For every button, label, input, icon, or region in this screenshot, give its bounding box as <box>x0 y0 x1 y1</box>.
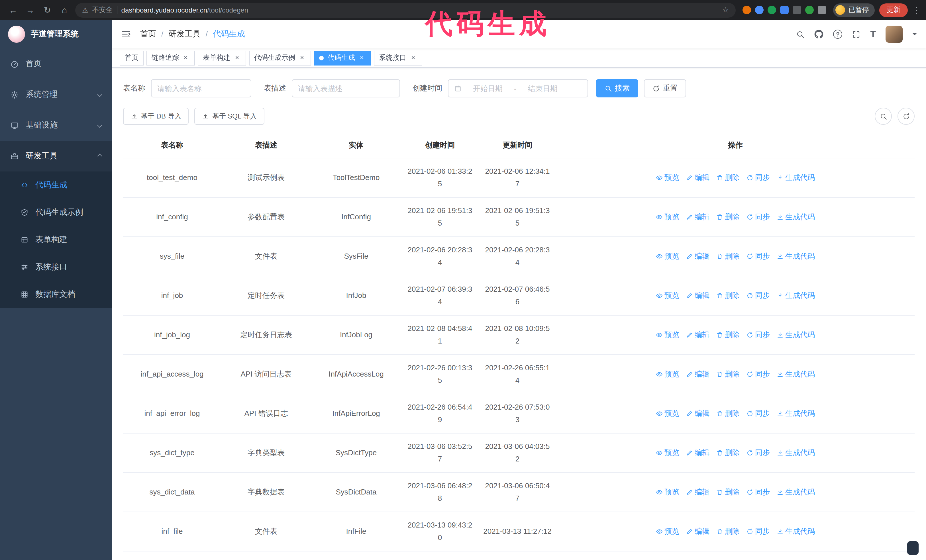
sidebar-item-form-builder[interactable]: 表单构建 <box>0 226 112 254</box>
sync-link[interactable]: 同步 <box>746 211 770 223</box>
delete-link[interactable]: 删除 <box>716 290 740 302</box>
floating-widget[interactable] <box>907 541 918 555</box>
sync-link[interactable]: 同步 <box>746 329 770 341</box>
edit-link[interactable]: 编辑 <box>686 329 710 341</box>
preview-link[interactable]: 预览 <box>656 211 679 223</box>
delete-link[interactable]: 删除 <box>716 408 740 420</box>
generate-code-link[interactable]: 生成代码 <box>777 368 815 380</box>
delete-link[interactable]: 删除 <box>716 211 740 223</box>
delete-link[interactable]: 删除 <box>716 329 740 341</box>
import-sql-button[interactable]: 基于 SQL 导入 <box>195 108 264 125</box>
sidebar-item-code-generation-example[interactable]: 代码生成示例 <box>0 199 112 226</box>
address-bar[interactable]: ⚠ 不安全 dashboard.yudao.iocoder.cn/tool/co… <box>75 3 736 17</box>
close-icon[interactable] <box>358 54 366 62</box>
tab-system-api[interactable]: 系统接口 <box>374 50 422 65</box>
app-logo[interactable]: 芋道管理系统 <box>0 20 112 48</box>
bookmark-star-icon[interactable]: ☆ <box>722 6 729 14</box>
sync-link[interactable]: 同步 <box>746 408 770 420</box>
sync-link[interactable]: 同步 <box>746 250 770 263</box>
sidebar-item-database-docs[interactable]: 数据库文档 <box>0 281 112 308</box>
browser-update-button[interactable]: 更新 <box>879 3 908 17</box>
dark-extension-icon[interactable] <box>793 6 801 14</box>
edit-link[interactable]: 编辑 <box>686 525 710 538</box>
generate-code-link[interactable]: 生成代码 <box>777 486 815 498</box>
fox-extension-icon[interactable] <box>743 6 751 14</box>
sync-link[interactable]: 同步 <box>746 290 770 302</box>
generate-code-link[interactable]: 生成代码 <box>777 250 815 263</box>
people-extension-icon[interactable] <box>780 6 789 14</box>
generate-code-link[interactable]: 生成代码 <box>777 172 815 184</box>
leaf-extension-icon[interactable] <box>805 6 814 14</box>
delete-link[interactable]: 删除 <box>716 447 740 459</box>
end-date-input[interactable] <box>520 84 566 92</box>
tab-home[interactable]: 首页 <box>120 50 144 65</box>
delete-link[interactable]: 删除 <box>716 486 740 498</box>
edit-link[interactable]: 编辑 <box>686 486 710 498</box>
preview-link[interactable]: 预览 <box>656 172 679 184</box>
delete-link[interactable]: 删除 <box>716 525 740 538</box>
generate-code-link[interactable]: 生成代码 <box>777 290 815 302</box>
breadcrumb-dev-tools[interactable]: 研发工具 <box>169 29 213 39</box>
generate-code-link[interactable]: 生成代码 <box>777 211 815 223</box>
edit-link[interactable]: 编辑 <box>686 290 710 302</box>
edit-link[interactable]: 编辑 <box>686 447 710 459</box>
preview-link[interactable]: 预览 <box>656 408 679 420</box>
sidebar-item-dev-tools[interactable]: 研发工具 <box>0 141 112 172</box>
sidebar-item-system-api[interactable]: 系统接口 <box>0 254 112 281</box>
chevron-down-icon[interactable] <box>912 33 917 38</box>
table-desc-input[interactable] <box>298 84 394 92</box>
github-icon[interactable] <box>814 30 823 39</box>
reset-button[interactable]: 重置 <box>644 79 686 97</box>
generate-code-link[interactable]: 生成代码 <box>777 329 815 341</box>
table-name-input[interactable] <box>157 84 245 92</box>
start-date-input[interactable] <box>465 84 511 92</box>
browser-home-icon[interactable]: ⌂ <box>58 5 71 15</box>
sync-link[interactable]: 同步 <box>746 486 770 498</box>
preview-link[interactable]: 预览 <box>656 290 679 302</box>
browser-forward-icon[interactable]: → <box>24 5 36 15</box>
close-icon[interactable] <box>409 54 417 62</box>
import-db-button[interactable]: 基于 DB 导入 <box>123 108 189 125</box>
close-icon[interactable] <box>298 54 306 62</box>
browser-profile-chip[interactable]: 已暂停 <box>833 3 875 17</box>
drop-extension-icon[interactable] <box>755 6 764 14</box>
tab-code-generation[interactable]: 代码生成 <box>314 50 371 65</box>
sync-link[interactable]: 同步 <box>746 525 770 538</box>
close-icon[interactable] <box>233 54 241 62</box>
search-icon[interactable] <box>796 30 805 38</box>
sync-link[interactable]: 同步 <box>746 368 770 380</box>
edit-link[interactable]: 编辑 <box>686 368 710 380</box>
close-icon[interactable] <box>182 54 190 62</box>
preview-link[interactable]: 预览 <box>656 250 679 263</box>
edit-link[interactable]: 编辑 <box>686 408 710 420</box>
refresh-table-button[interactable] <box>897 108 915 125</box>
check-extension-icon[interactable] <box>767 6 776 14</box>
browser-reload-icon[interactable]: ↻ <box>41 5 54 15</box>
preview-link[interactable]: 预览 <box>656 447 679 459</box>
sync-link[interactable]: 同步 <box>746 172 770 184</box>
generate-code-link[interactable]: 生成代码 <box>777 525 815 538</box>
sidebar-item-code-generation[interactable]: 代码生成 <box>0 172 112 199</box>
generate-code-link[interactable]: 生成代码 <box>777 447 815 459</box>
preview-link[interactable]: 预览 <box>656 525 679 538</box>
date-range-picker[interactable]: - <box>448 79 588 97</box>
delete-link[interactable]: 删除 <box>716 368 740 380</box>
browser-menu-icon[interactable]: ⋮ <box>912 5 919 15</box>
preview-link[interactable]: 预览 <box>656 486 679 498</box>
fullscreen-icon[interactable] <box>852 30 861 38</box>
sync-link[interactable]: 同步 <box>746 447 770 459</box>
search-button[interactable]: 搜索 <box>596 79 638 97</box>
edit-link[interactable]: 编辑 <box>686 172 710 184</box>
delete-link[interactable]: 删除 <box>716 172 740 184</box>
browser-back-icon[interactable]: ← <box>7 5 20 15</box>
help-icon[interactable]: ? <box>833 30 842 39</box>
edit-link[interactable]: 编辑 <box>686 250 710 263</box>
sidebar-item-infrastructure[interactable]: 基础设施 <box>0 110 112 141</box>
sidebar-item-system-management[interactable]: 系统管理 <box>0 79 112 110</box>
tab-codegen-example[interactable]: 代码生成示例 <box>249 50 311 65</box>
user-avatar[interactable] <box>885 26 903 43</box>
puzzle-extension-icon[interactable] <box>818 6 826 14</box>
delete-link[interactable]: 删除 <box>716 250 740 263</box>
tab-form-builder[interactable]: 表单构建 <box>198 50 246 65</box>
sidebar-item-home[interactable]: 首页 <box>0 48 112 79</box>
